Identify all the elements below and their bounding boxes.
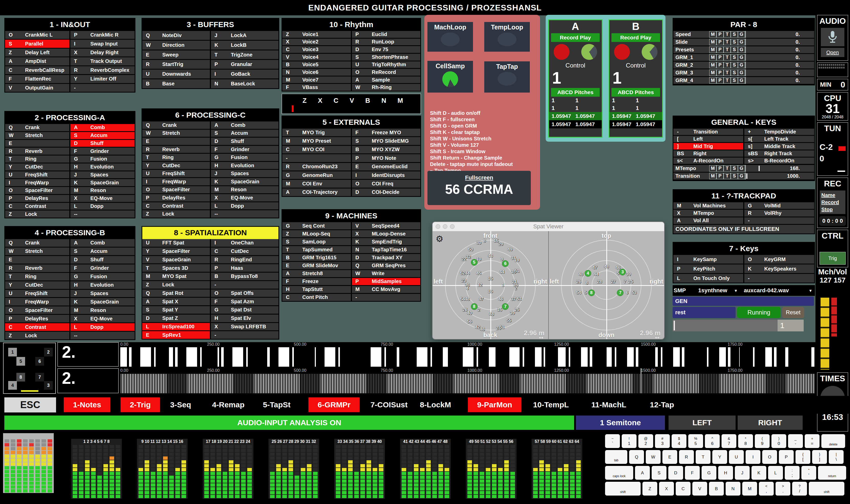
key-binding[interactable]: CVoice3: [282, 46, 351, 53]
key-binding[interactable]: s<A-RecordOn: [673, 158, 743, 164]
key-binding[interactable]: KSmpEndTrig: [352, 238, 420, 245]
flag-m[interactable]: M: [709, 77, 716, 84]
key-binding[interactable]: UFFT Spat: [142, 239, 210, 247]
key-binding[interactable]: +TempoDivide: [744, 129, 814, 135]
key-binding[interactable]: XEQ-Move: [70, 195, 135, 202]
key-binding[interactable]: IGoBack: [211, 70, 278, 78]
key-binding[interactable]: MReson: [70, 306, 135, 314]
speaker-marker[interactable]: 29: [498, 242, 503, 247]
speaker-marker[interactable]: 52: [460, 271, 465, 276]
key-m[interactable]: M: [742, 482, 757, 496]
key-binding[interactable]: UTrigToRhythm: [352, 61, 420, 68]
key-binding[interactable]: KLockB: [211, 41, 278, 50]
key-binding[interactable]: IKeySamp: [673, 255, 743, 264]
fkey-11-machl[interactable]: 11-MachL: [590, 397, 628, 412]
machloop-box[interactable]: MachLoop: [428, 22, 473, 52]
general-slider-row[interactable]: MTempoMPTSG168.: [673, 165, 814, 172]
par8-slider[interactable]: [745, 77, 769, 84]
speaker-marker[interactable]: 1: [502, 283, 504, 288]
key-binding[interactable]: QSpat Rot: [142, 289, 210, 297]
key-binding[interactable]: PGranular: [211, 60, 278, 69]
key-binding[interactable]: TRing: [142, 154, 210, 161]
key-0[interactable]: )0: [771, 434, 786, 448]
key-binding[interactable]: PDelayRes: [5, 315, 69, 322]
pad-6[interactable]: 6: [35, 357, 44, 366]
preset-dropdown[interactable]: 1synthnew: [698, 287, 727, 294]
flag-t[interactable]: T: [724, 31, 731, 38]
speaker-marker[interactable]: 2: [478, 307, 480, 312]
key--[interactable]: "': [801, 466, 816, 480]
key-binding[interactable]: ]Mid Trig: [673, 143, 743, 149]
flag-p[interactable]: P: [716, 165, 724, 172]
play-progress-icon[interactable]: [642, 44, 658, 60]
speaker-marker[interactable]: 5: [471, 259, 478, 266]
flag-t[interactable]: T: [724, 165, 731, 172]
key-binding[interactable]: SParallel: [5, 40, 69, 48]
fkey-6-grmpr[interactable]: 6-GRMPr: [308, 397, 360, 412]
key-binding[interactable]: JSpaces: [70, 171, 135, 179]
file-dropdown-arrow-icon[interactable]: ▼: [809, 288, 812, 293]
key-binding[interactable]: -: [744, 217, 814, 224]
key--[interactable]: _-: [788, 434, 803, 448]
key-8[interactable]: *8: [738, 434, 753, 448]
key-binding[interactable]: WStretch: [5, 132, 69, 139]
key-binding[interactable]: NTapTapTime16: [352, 246, 420, 253]
spat-view-horizontal[interactable]: ⚙frontbackleftright308152950493222104393…: [433, 231, 549, 339]
speaker-marker[interactable]: 25: [628, 279, 633, 284]
key-binding[interactable]: MReson: [211, 186, 278, 194]
key-tab[interactable]: tab: [605, 450, 627, 464]
value-slider[interactable]: 1: [673, 320, 804, 331]
key-binding[interactable]: XMLoop-Dense: [352, 230, 420, 237]
key-e[interactable]: E: [662, 450, 677, 464]
pad-4[interactable]: 4: [8, 381, 17, 390]
key-binding[interactable]: ACOI-Trajectory: [282, 188, 351, 196]
key-binding[interactable]: RRunLoop: [352, 39, 420, 46]
fkey-4-remap[interactable]: 4-Remap: [211, 397, 246, 412]
flag-p[interactable]: P: [716, 31, 724, 38]
key-binding[interactable]: s]Middle Track: [744, 143, 814, 149]
speaker-marker[interactable]: 7: [617, 289, 624, 296]
waveform-1[interactable]: [120, 347, 814, 367]
key-y[interactable]: Y: [712, 450, 727, 464]
flag-p[interactable]: P: [716, 47, 724, 53]
key-f[interactable]: F: [685, 466, 700, 480]
key-binding[interactable]: s[Left Track: [744, 136, 814, 142]
trig-button[interactable]: Trig: [819, 252, 846, 265]
speaker-marker[interactable]: 7: [502, 303, 508, 310]
key-binding[interactable]: RReverb: [5, 147, 69, 155]
key-binding[interactable]: RStartTrig: [142, 60, 210, 69]
key-binding[interactable]: UFreqShift: [5, 171, 69, 179]
key-binding[interactable]: PHaas: [211, 264, 278, 272]
key-binding[interactable]: SMYO SlideEMG: [352, 137, 420, 145]
flag-s[interactable]: S: [731, 62, 738, 68]
par8-row[interactable]: GRM_3MPTSG0.: [673, 69, 814, 76]
rec-link-stop[interactable]: Stop: [821, 206, 844, 213]
speaker-marker[interactable]: 53: [517, 296, 522, 302]
rec-link-name[interactable]: Name: [821, 192, 844, 199]
par8-slider[interactable]: [745, 39, 769, 46]
flag-s[interactable]: S: [731, 173, 738, 179]
key-binding[interactable]: FFlattenRec: [5, 75, 69, 83]
speaker-marker[interactable]: 39: [626, 272, 631, 277]
speaker-marker[interactable]: 32: [466, 254, 471, 259]
slider-cursor[interactable]: [759, 166, 760, 171]
pad-1[interactable]: 1: [8, 348, 17, 357]
par8-row[interactable]: PresetsMPTSG0.: [673, 46, 814, 53]
key-binding[interactable]: MReson: [70, 187, 135, 194]
volume-meter-yellow[interactable]: [820, 298, 829, 370]
play-progress-icon[interactable]: [581, 44, 597, 60]
fkey-7-coisust[interactable]: 7-COISust: [369, 397, 409, 412]
key-binding[interactable]: WStretch: [5, 248, 69, 255]
speaker-marker[interactable]: 4: [585, 270, 591, 277]
key-binding[interactable]: ESpRev1: [142, 331, 210, 339]
key-binding[interactable]: YCutDec: [142, 162, 210, 169]
key-binding[interactable]: SSamLoop: [282, 238, 351, 245]
key-binding[interactable]: DEnv 75: [352, 46, 420, 53]
key-binding[interactable]: DTrackpad XY: [352, 254, 420, 261]
key-binding[interactable]: HEvolution: [70, 281, 135, 289]
key-binding[interactable]: FGrinder: [70, 265, 135, 272]
key-c[interactable]: C: [676, 482, 691, 496]
key-a[interactable]: A: [635, 466, 650, 480]
pad-3[interactable]: 3: [44, 381, 53, 390]
speaker-marker[interactable]: 56: [467, 319, 472, 324]
